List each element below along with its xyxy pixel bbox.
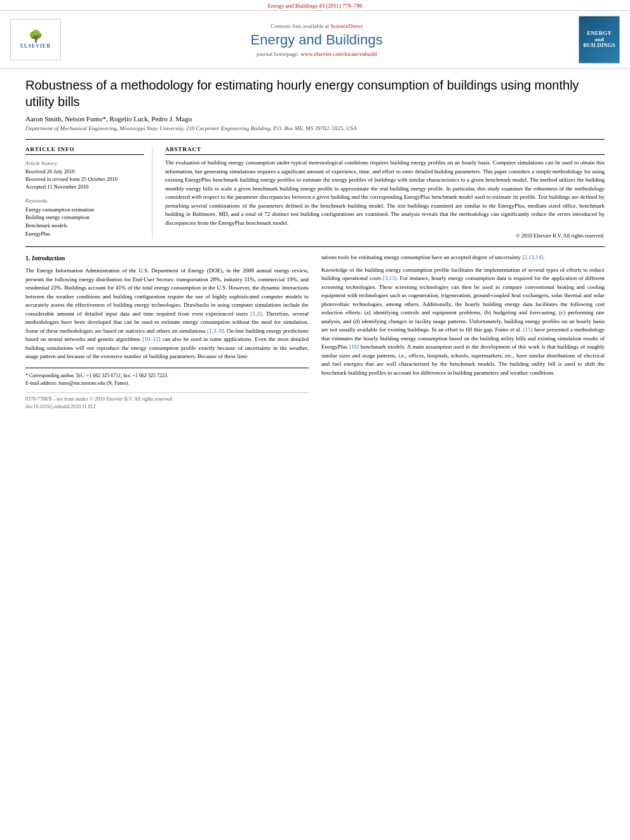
body-col-left: 1. Introduction The Energy Information A… — [25, 253, 309, 411]
eb-logo-energy: ENERGYandBUILDINGS — [583, 30, 615, 50]
elsevier-tree-icon: 🌳 — [29, 30, 43, 42]
history-label: Article history: — [25, 160, 144, 166]
keyword-1: Energy consumption estimation — [25, 206, 144, 214]
intro-number: 1. — [25, 255, 30, 262]
section-divider — [25, 246, 605, 247]
received-date: Received 26 July 2010 — [25, 168, 144, 176]
elsevier-logo-img: 🌳 ELSEVIER — [13, 22, 58, 57]
footnote-email: E-mail address: fumo@me.msstate.edu (N. … — [25, 380, 309, 387]
journal-header-center: Contents lists available at ScienceDirec… — [61, 23, 572, 57]
sciencedirect-link[interactable]: ScienceDirect — [331, 23, 363, 29]
intro-cont-para: tations tools for estimating energy cons… — [321, 253, 605, 262]
contents-available-line: Contents lists available at ScienceDirec… — [61, 23, 572, 29]
ref-10-12[interactable]: [10–12] — [142, 336, 161, 342]
abstract-panel: ABSTRACT The evaluation of building ener… — [165, 146, 605, 239]
ref-16[interactable]: [16] — [349, 343, 359, 350]
ref-1-2[interactable]: [1,2] — [251, 310, 262, 317]
abstract-heading: ABSTRACT — [165, 146, 605, 155]
intro-para-1: The Energy Information Administration of… — [25, 267, 309, 361]
authors-text: Aaron Smith, Nelson Fumo*, Rogelio Luck,… — [25, 115, 192, 123]
article-info-panel: ARTICLE INFO Article history: Received 2… — [25, 146, 152, 239]
ref-15[interactable]: [15] — [523, 326, 533, 333]
elsevier-label: ELSEVIER — [20, 43, 51, 49]
main-content: Robustness of a methodology for estimati… — [0, 69, 630, 418]
intro-para-2: Knowledge of the building energy consump… — [321, 266, 605, 378]
accepted-date: Accepted 11 November 2010 — [25, 183, 144, 191]
journal-banner: Energy and Buildings 43 (2011) 779–786 — [0, 0, 630, 11]
keywords-list: Energy consumption estimation Building e… — [25, 206, 144, 238]
abstract-text: The evaluation of building energy consum… — [165, 159, 605, 227]
footnote-area: * Corresponding author. Tel.: +1 662 325… — [25, 368, 309, 387]
copyright: © 2010 Elsevier B.V. All rights reserved… — [165, 232, 605, 239]
journal-homepage: journal homepage: www.elsevier.com/locat… — [61, 51, 572, 57]
elsevier-logo: 🌳 ELSEVIER — [10, 19, 61, 60]
ref-3-13[interactable]: [3,13] — [383, 275, 397, 281]
footer-info: 0378-7788/$ – see front matter © 2010 El… — [25, 392, 309, 411]
banner-text: Energy and Buildings 43 (2011) 779–786 — [267, 3, 362, 9]
keyword-3: Benchmark models — [25, 222, 144, 230]
affiliation: Department of Mechanical Engineering, Mi… — [25, 125, 605, 131]
body-content: 1. Introduction The Energy Information A… — [25, 253, 605, 411]
footnote-corresponding: * Corresponding author. Tel.: +1 662 325… — [25, 372, 309, 380]
paper-title: Robustness of a methodology for estimati… — [25, 77, 605, 110]
ref-2-13-14[interactable]: [2,13,14] — [522, 254, 543, 260]
article-info-heading: ARTICLE INFO — [25, 146, 144, 155]
intro-heading-text: Introduction — [32, 255, 65, 262]
eb-logo: ENERGYandBUILDINGS — [579, 16, 620, 63]
keyword-4: EnergyPlus — [25, 230, 144, 238]
article-info-abstract-row: ARTICLE INFO Article history: Received 2… — [25, 139, 605, 239]
journal-header: 🌳 ELSEVIER Contents lists available at S… — [0, 11, 630, 69]
ref-1-3-9[interactable]: [1,3–9] — [207, 328, 224, 334]
keyword-2: Building energy consumption — [25, 213, 144, 222]
doi-line: doi:10.1016/j.enbuild.2010.11.012 — [25, 403, 309, 411]
homepage-url[interactable]: www.elsevier.com/locate/enbuild — [300, 51, 377, 57]
revised-date: Received in revised form 25 October 2010 — [25, 176, 144, 183]
authors-line: Aaron Smith, Nelson Fumo*, Rogelio Luck,… — [25, 115, 605, 123]
eb-logo-box: ENERGYandBUILDINGS — [579, 16, 620, 63]
issn-line: 0378-7788/$ – see front matter © 2010 El… — [25, 396, 309, 403]
journal-title: Energy and Buildings — [61, 32, 572, 48]
keywords-label: Keywords: — [25, 197, 144, 204]
body-col-right: tations tools for estimating energy cons… — [321, 253, 605, 411]
intro-heading: 1. Introduction — [25, 253, 309, 263]
